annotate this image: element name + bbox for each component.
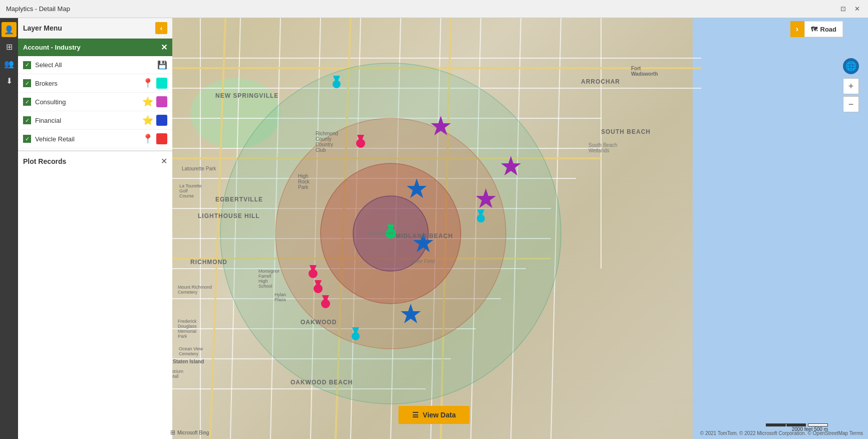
map-label-bancroft-ave: Bancroft Ave	[368, 231, 394, 236]
person-icon: 👤	[4, 25, 14, 35]
restore-button[interactable]: ⊡	[838, 4, 848, 14]
industry-item-brokers: Brokers 📍	[18, 74, 172, 93]
select-all-label: Select All	[35, 61, 62, 69]
consulting-color-dot	[156, 96, 167, 107]
brokers-color-dot	[156, 78, 167, 89]
financial-label: Financial	[35, 117, 61, 124]
save-button[interactable]: 💾	[157, 60, 167, 70]
account-industry-close-button[interactable]: ✕	[161, 43, 167, 52]
view-data-button[interactable]: ☰ View Data	[398, 406, 470, 424]
sidebar-users-button[interactable]: 👥	[2, 56, 17, 71]
zoom-out-button[interactable]: −	[843, 96, 859, 112]
plot-records-section: Plot Records ✕	[18, 150, 172, 171]
select-all-checkbox[interactable]	[23, 61, 31, 69]
plot-records-label: Plot Records	[23, 157, 66, 165]
map-label-ocean-view-cemetery: Ocean ViewCemetery	[179, 346, 203, 356]
titlebar-title: Maplytics - Detail Map	[6, 5, 838, 13]
brokers-checkbox[interactable]	[23, 79, 31, 87]
select-all-left: Select All	[23, 61, 62, 69]
industry-item-consulting: Consulting ⭐	[18, 93, 172, 111]
account-industry-header: Account - Industry ✕	[18, 39, 172, 56]
globe-icon: 🌐	[845, 61, 856, 72]
bing-logo: ⊞ Microsoft Bing	[170, 429, 209, 436]
layer-menu-header: Layer Menu ‹	[18, 18, 172, 39]
sidebar-person-button[interactable]: 👤	[2, 22, 17, 37]
vehicle-retail-color-dot	[156, 133, 167, 144]
users-icon: 👥	[4, 59, 14, 69]
industry-item-vehicle-retail: Vehicle Retail 📍	[18, 130, 172, 148]
zoom-controls: + −	[843, 78, 859, 112]
microsoft-icon: ⊞	[170, 429, 175, 436]
sidebar-download-button[interactable]: ⬇	[2, 73, 17, 88]
layers-icon: ⊞	[6, 42, 13, 52]
brokers-right: 📍	[142, 78, 167, 89]
view-data-label: View Data	[423, 411, 456, 419]
vehicle-retail-label: Vehicle Retail	[35, 135, 75, 143]
industry-item-financial: Financial ⭐	[18, 111, 172, 130]
collapse-button[interactable]: ‹	[155, 22, 167, 34]
map-label-richmond-country-club: RichmondCountyCountryClub	[316, 131, 338, 153]
map-label-hylan-plaza: HylanPlaza	[274, 292, 286, 302]
view-data-icon: ☰	[412, 411, 419, 419]
map-label-miller-field: Miller Field	[411, 259, 435, 264]
road-label-text: Road	[820, 26, 837, 33]
titlebar: Maplytics - Detail Map ⊡ ✕	[0, 0, 868, 18]
zoom-in-button[interactable]: +	[843, 78, 859, 94]
close-button[interactable]: ✕	[852, 4, 862, 14]
vehicle-retail-checkbox[interactable]	[23, 135, 31, 143]
map-label-mount-richmond-cemetery: Mount RichmondCemetery	[178, 285, 212, 295]
titlebar-controls: ⊡ ✕	[838, 4, 862, 14]
map-label-high-rock-park: HighRockPark	[298, 173, 310, 190]
map-label-monsignor-farrell: MonsignorFarrellHighSchool	[258, 269, 279, 289]
sidebar-strip: 👤 ⊞ 👥 ⬇	[0, 18, 18, 439]
map-label-la-tourette-golf: La TouretteGolfCourse	[179, 183, 202, 198]
brokers-left: Brokers	[23, 79, 58, 87]
select-all-row: Select All 💾	[18, 56, 172, 74]
financial-color-dot	[156, 115, 167, 126]
road-expand-btn[interactable]: ›	[790, 21, 804, 37]
plot-records-close-button[interactable]: ✕	[161, 156, 167, 166]
copyright-text: © 2021 TomTom. © 2022 Microsoft Corporat…	[700, 430, 863, 436]
consulting-left: Consulting	[23, 98, 66, 106]
consulting-right: ⭐	[142, 96, 167, 107]
road-map-icon: 🗺	[811, 26, 817, 33]
map-label-frederick-douglass: FrederickDouglassMemorialPark	[178, 319, 197, 339]
industry-list: Brokers 📍 Consulting ⭐ Financial	[18, 74, 172, 148]
map-label-staten-island: Staten Island	[173, 359, 204, 364]
layer-menu-title: Layer Menu	[23, 24, 62, 32]
consulting-label: Consulting	[35, 98, 66, 106]
download-icon: ⬇	[6, 76, 13, 86]
bing-text: Microsoft Bing	[177, 430, 209, 435]
account-industry-title: Account - Industry	[23, 44, 81, 51]
road-label-button[interactable]: 🗺 Road	[804, 21, 843, 37]
vehicle-retail-right: 📍	[142, 133, 167, 144]
brokers-pin-icon: 📍	[142, 78, 153, 89]
sidebar-layers-button[interactable]: ⊞	[2, 39, 17, 54]
road-button-group: › 🗺 Road	[790, 21, 843, 37]
financial-right: ⭐	[142, 115, 167, 126]
financial-checkbox[interactable]	[23, 116, 31, 124]
consulting-pin-icon: ⭐	[142, 96, 153, 107]
map-label-latourette-park: Latourette Park	[182, 166, 216, 171]
panel: Layer Menu ‹ Account - Industry ✕ Select…	[18, 18, 172, 439]
financial-pin-icon: ⭐	[142, 115, 153, 126]
map-label-south-beach-wetlands: South BeachWetlands	[589, 142, 617, 153]
financial-left: Financial	[23, 116, 61, 124]
consulting-checkbox[interactable]	[23, 98, 31, 106]
brokers-label: Brokers	[35, 80, 58, 87]
globe-button[interactable]: 🌐	[843, 58, 859, 74]
vehicle-retail-left: Vehicle Retail	[23, 135, 75, 143]
vehicle-retail-pin-icon: 📍	[142, 133, 153, 144]
map-label-fort-wadsworth: FortWadsworth	[631, 66, 658, 77]
